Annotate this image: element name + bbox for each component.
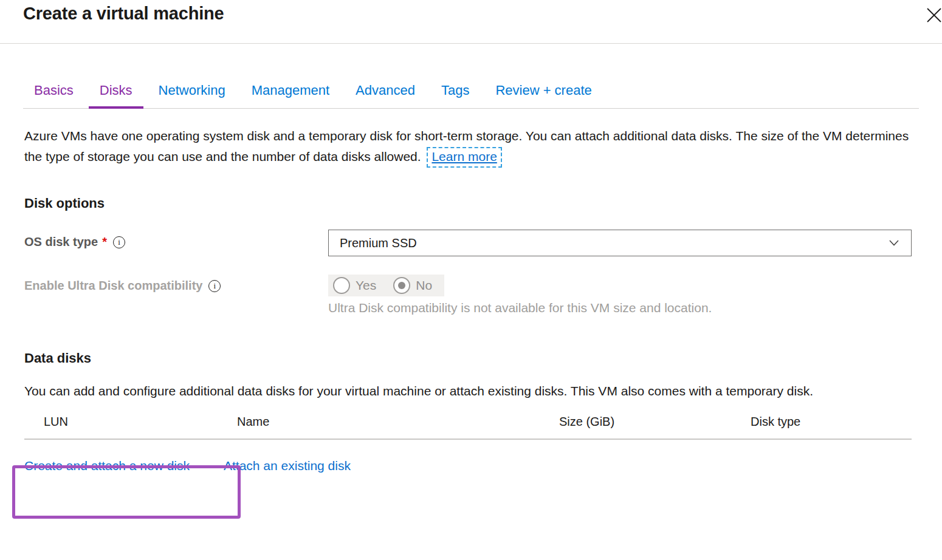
os-disk-type-select[interactable]: Premium SSD xyxy=(328,230,912,256)
required-asterisk: * xyxy=(102,235,107,249)
ultra-disk-radio-group: Yes No xyxy=(328,275,444,296)
disk-options-heading: Disk options xyxy=(24,196,912,211)
tab-basics[interactable]: Basics xyxy=(23,83,84,109)
data-disks-table-header: LUN Name Size (GiB) Disk type xyxy=(24,415,912,429)
radio-label-yes: Yes xyxy=(356,278,376,293)
column-header-disk-type: Disk type xyxy=(751,415,912,429)
radio-circle-unselected[interactable] xyxy=(333,277,350,294)
radio-option-yes[interactable]: Yes xyxy=(333,277,376,294)
data-disks-heading: Data disks xyxy=(24,350,912,366)
ultra-disk-control: Yes No Ultra Disk compatibility is not a… xyxy=(328,275,912,315)
radio-circle-selected[interactable] xyxy=(393,277,410,294)
column-header-lun: LUN xyxy=(24,415,237,429)
intro-text: Azure VMs have one operating system disk… xyxy=(24,126,912,168)
dialog-header: Create a virtual machine xyxy=(0,0,942,44)
create-vm-dialog: Create a virtual machine Basics Disks Ne… xyxy=(0,0,942,473)
tab-review-create[interactable]: Review + create xyxy=(484,83,602,109)
ultra-disk-label-cell: Enable Ultra Disk compatibility i xyxy=(24,275,328,293)
ultra-disk-helper-text: Ultra Disk compatibility is not availabl… xyxy=(328,301,912,315)
os-disk-type-row: OS disk type * i Premium SSD xyxy=(24,230,912,256)
ultra-disk-row: Enable Ultra Disk compatibility i Yes No… xyxy=(24,275,912,315)
close-icon[interactable] xyxy=(920,1,942,29)
page-title: Create a virtual machine xyxy=(23,2,942,24)
attach-existing-disk-link[interactable]: Attach an existing disk xyxy=(224,459,351,473)
data-disks-description: You can add and configure additional dat… xyxy=(24,381,912,401)
tab-networking[interactable]: Networking xyxy=(148,83,236,109)
os-disk-type-value: Premium SSD xyxy=(340,236,417,250)
radio-label-no: No xyxy=(416,278,432,293)
data-disks-actions: Create and attach a new disk Attach an e… xyxy=(24,459,912,473)
create-and-attach-new-disk-link[interactable]: Create and attach a new disk xyxy=(24,459,190,473)
learn-more-link[interactable]: Learn more xyxy=(427,147,501,168)
column-header-name: Name xyxy=(237,415,559,429)
tab-management[interactable]: Management xyxy=(241,83,340,109)
info-icon[interactable]: i xyxy=(208,280,221,292)
column-header-size: Size (GiB) xyxy=(559,415,751,429)
os-disk-type-label-cell: OS disk type * i xyxy=(24,230,328,249)
chevron-down-icon xyxy=(889,240,899,246)
annotation-highlight-box xyxy=(12,465,241,519)
radio-option-no[interactable]: No xyxy=(393,277,432,294)
os-disk-type-label: OS disk type xyxy=(24,235,98,249)
tab-disks[interactable]: Disks xyxy=(89,83,143,109)
info-icon[interactable]: i xyxy=(113,236,125,248)
table-divider xyxy=(24,439,912,440)
disks-tab-content: Azure VMs have one operating system disk… xyxy=(0,126,942,473)
ultra-disk-label: Enable Ultra Disk compatibility xyxy=(24,279,202,293)
tab-advanced[interactable]: Advanced xyxy=(345,83,426,109)
close-x-glyph xyxy=(926,7,942,24)
tab-tags[interactable]: Tags xyxy=(430,83,480,109)
tab-bar: Basics Disks Networking Management Advan… xyxy=(23,83,919,109)
os-disk-type-control: Premium SSD xyxy=(328,230,912,256)
